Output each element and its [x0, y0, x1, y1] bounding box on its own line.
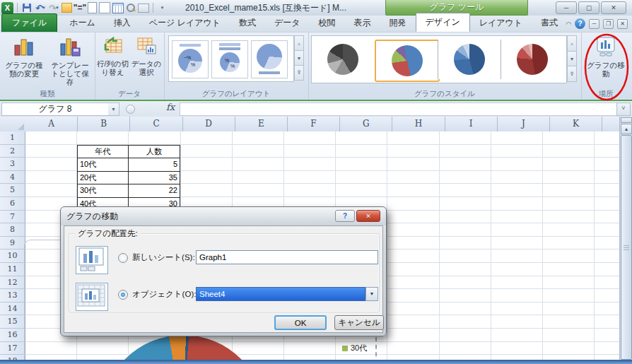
column-header-I[interactable]: I — [445, 117, 498, 131]
column-header-E[interactable]: E — [235, 117, 288, 131]
more-commands-icon[interactable]: ▾ — [157, 2, 168, 13]
row-header-9[interactable]: 9 — [0, 237, 25, 250]
layouts-scroll-down-icon[interactable]: ▼ — [294, 51, 304, 66]
excel-logo-icon[interactable]: X — [1, 2, 13, 14]
row-header-12[interactable]: 12 — [0, 276, 25, 290]
layout-3-thumbnail[interactable] — [251, 40, 288, 78]
row-header-7[interactable]: 7 — [0, 211, 25, 224]
table-data-cell[interactable]: 35 — [128, 171, 180, 185]
style-blue[interactable] — [438, 40, 501, 79]
column-header-B[interactable]: B — [78, 117, 130, 131]
combobox-dropdown-icon[interactable]: ▼ — [365, 287, 378, 301]
new-sheet-name-input[interactable]: Graph1 — [196, 250, 378, 264]
column-header-F[interactable]: F — [288, 117, 340, 131]
style-red[interactable] — [501, 40, 563, 79]
form-icon[interactable] — [138, 4, 149, 13]
column-header-C[interactable]: C — [130, 117, 182, 131]
row-header-10[interactable]: 10 — [0, 249, 25, 263]
cancel-button[interactable]: キャンセル — [334, 315, 384, 330]
row-header-6[interactable]: 6 — [0, 197, 25, 211]
table-data-cell[interactable]: 22 — [128, 184, 180, 198]
close-icon[interactable]: ✕ — [601, 1, 626, 14]
row-header-14[interactable]: 14 — [0, 303, 25, 316]
split-handle[interactable] — [621, 117, 632, 123]
blank-page-icon[interactable] — [99, 2, 110, 13]
tab-view[interactable]: 表示 — [345, 14, 380, 32]
equals-icon[interactable]: "=" — [74, 2, 86, 13]
name-box[interactable]: グラフ 8 — [1, 102, 109, 116]
tab-design[interactable]: デザイン — [416, 13, 470, 32]
tab-formulas[interactable]: 数式 — [230, 14, 265, 32]
row-header-11[interactable]: 11 — [0, 263, 25, 276]
tab-insert[interactable]: 挿入 — [105, 14, 140, 32]
save-as-template-button[interactable]: テンプレートとして保存 — [48, 35, 92, 88]
column-header-K[interactable]: K — [550, 117, 602, 131]
save-icon[interactable] — [21, 2, 33, 13]
layout-2-thumbnail[interactable]: %% — [211, 40, 248, 78]
layouts-scroll-up-icon[interactable]: ▲ — [294, 35, 304, 51]
table-data-cell[interactable]: 10代 — [77, 158, 129, 172]
expand-formula-bar-icon[interactable]: ˅ — [616, 102, 631, 116]
styles-scroll-down-icon[interactable]: ▼ — [567, 52, 577, 67]
styles-more-icon[interactable]: ⊽ — [567, 66, 577, 82]
workbook-restore-icon[interactable]: ❐ — [603, 19, 614, 29]
print-preview-icon[interactable] — [126, 3, 136, 13]
insert-function-icon[interactable]: fx — [166, 102, 175, 112]
row-header-2[interactable]: 2 — [0, 145, 25, 158]
undo-icon[interactable]: ↶▾ — [35, 2, 46, 13]
switch-row-column-button[interactable]: 行/列の切り替え — [96, 35, 129, 88]
minimize-icon[interactable]: ─ — [556, 1, 577, 14]
tab-format[interactable]: 書式 — [532, 14, 567, 32]
formula-bar-splitter[interactable] — [126, 105, 135, 114]
tab-home[interactable]: ホーム — [60, 14, 105, 32]
row-header-15[interactable]: 15 — [0, 315, 25, 329]
column-header-L[interactable]: L — [602, 117, 619, 131]
table-data-cell[interactable]: 30代 — [77, 184, 129, 198]
new-document-icon[interactable] — [88, 2, 97, 13]
table-data-cell[interactable]: 20代 — [77, 171, 129, 185]
column-header-D[interactable]: D — [183, 117, 235, 131]
tab-page-layout[interactable]: ページ レイアウト — [140, 14, 230, 32]
new-note-icon[interactable] — [62, 3, 72, 13]
change-chart-type-button[interactable]: グラフの種類の変更 — [2, 35, 46, 88]
name-box-dropdown-icon[interactable]: ▼ — [108, 102, 119, 116]
move-chart-button[interactable]: グラフの移動 — [585, 35, 627, 88]
dialog-help-icon[interactable]: ? — [335, 210, 355, 222]
help-icon[interactable]: ? — [575, 18, 585, 29]
tab-layout[interactable]: レイアウト — [470, 14, 532, 32]
style-colorful-selected[interactable] — [375, 40, 440, 82]
row-header-16[interactable]: 16 — [0, 329, 25, 342]
table-icon[interactable] — [112, 3, 124, 13]
tab-file[interactable]: ファイル — [1, 13, 57, 32]
tab-review[interactable]: 校閲 — [310, 14, 345, 32]
layout-1-thumbnail[interactable]: −%% — [172, 40, 209, 78]
tab-developer[interactable]: 開発 — [380, 14, 416, 32]
workbook-minimize-icon[interactable]: ─ — [589, 19, 599, 29]
collapse-ribbon-icon[interactable]: ◠ — [566, 20, 571, 28]
object-sheet-combobox[interactable]: Sheet4 — [196, 287, 365, 301]
row-header-1[interactable]: 1 — [0, 131, 25, 145]
style-grey[interactable] — [312, 40, 374, 79]
styles-scroll-up-icon[interactable]: ▲ — [567, 35, 577, 52]
row-header-3[interactable]: 3 — [0, 158, 25, 171]
select-data-button[interactable]: データの選択 — [130, 35, 163, 88]
column-header-A[interactable]: A — [25, 117, 78, 131]
object-radio[interactable] — [118, 290, 128, 300]
dialog-close-icon[interactable]: ✕ — [356, 210, 380, 222]
scrollbar-thumb[interactable] — [621, 135, 632, 360]
dialog-title-bar[interactable]: グラフの移動 ? ✕ — [61, 207, 386, 225]
maximize-icon[interactable]: ▢ — [578, 1, 599, 14]
formula-input[interactable] — [180, 102, 618, 116]
table-header-cell[interactable]: 人数 — [128, 145, 180, 159]
row-header-13[interactable]: 13 — [0, 289, 25, 303]
vertical-scrollbar[interactable]: ▲ — [619, 117, 632, 364]
column-header-G[interactable]: G — [340, 117, 392, 131]
row-header-5[interactable]: 5 — [0, 184, 25, 197]
tab-data[interactable]: データ — [265, 14, 310, 32]
layouts-more-icon[interactable]: ⊽ — [294, 66, 304, 81]
workbook-close-icon[interactable]: ✕ — [617, 19, 628, 29]
column-header-J[interactable]: J — [498, 117, 550, 131]
table-data-cell[interactable]: 5 — [128, 158, 180, 172]
row-header-4[interactable]: 4 — [0, 171, 25, 184]
ok-button[interactable]: OK — [274, 315, 327, 330]
